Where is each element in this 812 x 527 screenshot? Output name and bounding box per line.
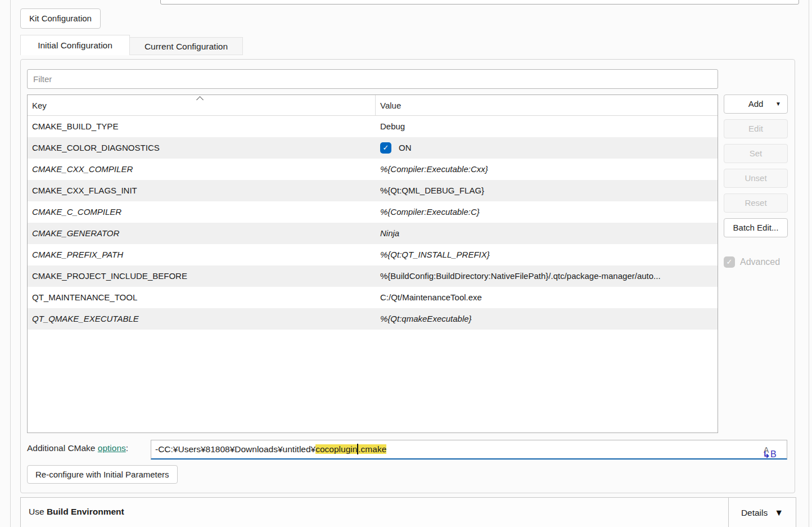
- tab-initial-configuration[interactable]: Initial Configuration: [20, 35, 130, 55]
- options-value-prefix: -CC:¥Users¥81808¥Downloads¥untitled¥: [155, 444, 315, 454]
- table-row[interactable]: CMAKE_PREFIX_PATH %{Qt:QT_INSTALL_PREFIX…: [28, 244, 718, 265]
- table-row[interactable]: CMAKE_CXX_FLAGS_INIT %{Qt:QML_DEBUG_FLAG…: [28, 180, 718, 201]
- checked-checkbox-disabled-icon: ✓: [724, 256, 735, 268]
- kit-configuration-button[interactable]: Kit Configuration: [20, 8, 101, 29]
- checkbox-value-label: ON: [399, 137, 412, 159]
- configuration-tabs: Initial Configuration Current Configurat…: [20, 35, 243, 55]
- reset-button[interactable]: Reset: [724, 193, 788, 213]
- reconfigure-button[interactable]: Re-configure with Initial Parameters: [27, 465, 178, 484]
- cmake-initial-configuration-pane: Kit Configuration Initial Configuration …: [0, 0, 812, 527]
- table-row[interactable]: QT_QMAKE_EXECUTABLE %{Qt:qmakeExecutable…: [28, 308, 718, 330]
- table-row[interactable]: CMAKE_PROJECT_INCLUDE_BEFORE %{BuildConf…: [28, 265, 718, 287]
- edit-button[interactable]: Edit: [724, 119, 788, 138]
- highlighted-text: .cmake: [358, 444, 386, 454]
- highlighted-text: cocoplugin: [315, 444, 357, 454]
- left-panel-divider: [10, 0, 11, 527]
- chevron-down-icon: ▼: [774, 508, 783, 518]
- table-row[interactable]: CMAKE_COLOR_DIAGNOSTICS ✓ ON: [28, 137, 718, 159]
- unset-button[interactable]: Unset: [724, 169, 788, 188]
- table-row[interactable]: CMAKE_C_COMPILER %{Compiler:Executable:C…: [28, 201, 718, 223]
- batch-edit-button[interactable]: Batch Edit...: [724, 218, 788, 237]
- top-cropped-field[interactable]: [160, 0, 799, 4]
- filter-input[interactable]: [27, 69, 718, 89]
- right-panel-divider: [809, 0, 809, 527]
- advanced-label: Advanced: [740, 257, 780, 267]
- column-header-value[interactable]: Value: [376, 95, 718, 115]
- table-header[interactable]: Key Value: [28, 95, 718, 116]
- insert-variable-icon[interactable]: A ↳ B: [762, 442, 779, 458]
- table-row[interactable]: CMAKE_BUILD_TYPE Debug: [28, 116, 718, 137]
- table-row[interactable]: QT_MAINTENANCE_TOOL C:/Qt/MaintenanceToo…: [28, 287, 718, 308]
- build-environment-section: Use Build Environment Details ▼: [20, 497, 796, 527]
- add-button[interactable]: Add ▼: [724, 94, 788, 114]
- additional-cmake-options-input[interactable]: -CC:¥Users¥81808¥Downloads¥untitled¥coco…: [151, 440, 787, 460]
- tab-current-configuration[interactable]: Current Configuration: [129, 37, 243, 55]
- additional-cmake-options-label: Additional CMake options:: [27, 443, 128, 453]
- options-link[interactable]: options: [98, 443, 126, 453]
- table-row[interactable]: CMAKE_GENERATOR Ninja: [28, 223, 718, 244]
- set-button[interactable]: Set: [724, 144, 788, 163]
- cmake-variables-table[interactable]: Key Value CMAKE_BUILD_TYPE Debug CMAKE_C…: [27, 94, 718, 433]
- details-toggle[interactable]: Details ▼: [729, 498, 796, 527]
- checked-checkbox-icon[interactable]: ✓: [380, 142, 391, 154]
- table-row[interactable]: CMAKE_CXX_COMPILER %{Compiler:Executable…: [28, 159, 718, 180]
- chevron-down-icon: ▼: [775, 95, 781, 113]
- use-build-environment-label: Use Build Environment: [29, 507, 124, 517]
- advanced-checkbox[interactable]: ✓ Advanced: [724, 256, 780, 268]
